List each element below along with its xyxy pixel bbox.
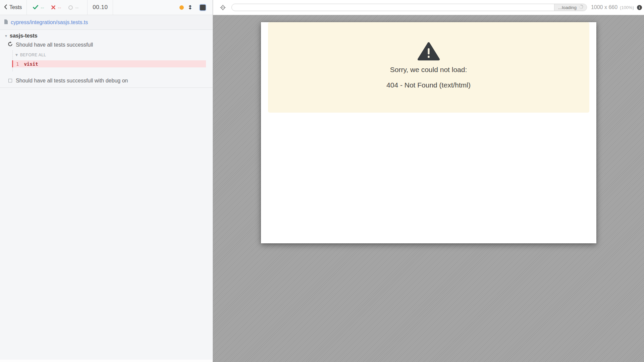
error-message-line2: 404 - Not Found (text/html) — [268, 81, 589, 89]
spec-file-icon — [4, 19, 8, 25]
pending-circle-icon — [68, 5, 73, 10]
test-stats: -- -- -- — [27, 0, 88, 15]
stop-button[interactable] — [200, 5, 206, 10]
pending-count: -- — [75, 5, 78, 10]
selector-playground-crosshair-icon[interactable] — [220, 5, 226, 10]
running-refresh-icon — [8, 42, 13, 48]
failed-count: -- — [58, 5, 61, 10]
stat-failed: -- — [51, 5, 61, 10]
error-message-line1: Sorry, we could not load: — [268, 66, 589, 74]
stat-passed: -- — [33, 5, 44, 10]
status-dot-icon — [179, 5, 184, 10]
stat-pending: -- — [68, 5, 78, 10]
spec-file-row: cypress/integration/sasjs.tests.ts — [0, 15, 213, 30]
tests-list: ▾ sasjs-tests Should have all tests succ… — [0, 30, 213, 88]
aut-stage: Sorry, we could not load: 404 - Not Foun… — [213, 15, 644, 362]
url-bar: ...loading — [231, 4, 587, 11]
auto-scroll-icon[interactable]: ↕ — [188, 5, 193, 10]
hook-block: ▼ BEFORE ALL 1 visit — [12, 50, 213, 71]
check-icon — [33, 5, 38, 10]
load-error-warning: Sorry, we could not load: 404 - Not Foun… — [268, 22, 589, 113]
back-to-tests-button[interactable]: Tests — [0, 0, 27, 15]
test-timer: 00.10 — [88, 0, 113, 15]
cypress-runner: Tests -- -- -- — [0, 0, 644, 362]
reporter-empty-area — [0, 88, 213, 360]
aut-iframe[interactable]: Sorry, we could not load: 404 - Not Foun… — [261, 22, 596, 243]
command-row-visit[interactable]: 1 visit — [12, 60, 206, 67]
aut-panel: ...loading — [213, 0, 644, 362]
command-name: visit — [24, 61, 38, 67]
cross-icon — [51, 5, 55, 10]
caret-down-icon: ▾ — [5, 34, 7, 38]
suite-sasjs-tests: ▾ sasjs-tests Should have all tests succ… — [0, 31, 213, 85]
warning-triangle-icon — [268, 42, 589, 61]
loading-badge: ...loading — [554, 4, 587, 11]
spec-file-link[interactable]: cypress/integration/sasjs.tests.ts — [11, 19, 88, 25]
back-to-tests-label: Tests — [9, 4, 22, 10]
test-row-1[interactable]: Should have all tests successfull — [8, 41, 213, 49]
viewport-scale: (100%) — [620, 5, 634, 10]
hook-label: BEFORE ALL — [20, 53, 46, 57]
test-title: Should have all tests successfull — [16, 42, 93, 48]
caret-down-icon: ▼ — [15, 54, 18, 57]
viewport-size: 1000 x 660 — [591, 4, 618, 10]
reporter-scrollbar-track[interactable] — [0, 360, 213, 362]
test-row-2[interactable]: Should have all tests successfull with d… — [8, 76, 213, 85]
passed-count: -- — [41, 5, 44, 10]
reporter-controls: ↕ — [179, 0, 213, 15]
command-number: 1 — [13, 61, 19, 67]
url-input[interactable] — [232, 4, 554, 11]
suite-title: sasjs-tests — [10, 33, 38, 39]
info-icon[interactable]: i — [637, 5, 642, 10]
reporter-header: Tests -- -- -- — [0, 0, 213, 15]
test-title: Should have all tests successfull with d… — [16, 78, 128, 84]
not-started-square-icon — [8, 79, 12, 82]
chevron-left-icon — [4, 4, 7, 11]
hook-header[interactable]: ▼ BEFORE ALL — [13, 52, 213, 58]
reporter-sidebar: Tests -- -- -- — [0, 0, 213, 362]
loading-label: ...loading — [558, 5, 577, 10]
loading-spinner-icon — [579, 5, 583, 10]
aut-header: ...loading — [213, 0, 644, 15]
suite-header[interactable]: ▾ sasjs-tests — [5, 32, 213, 40]
